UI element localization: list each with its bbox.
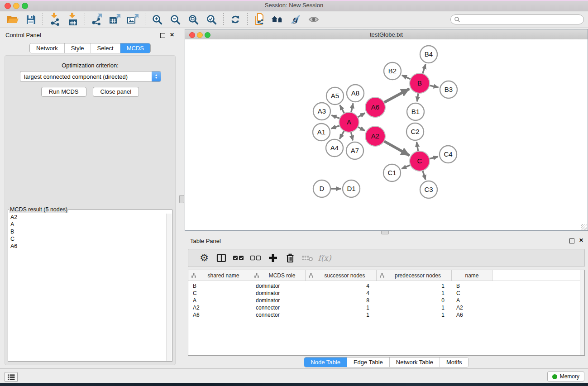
float-panel-icon[interactable] [160,33,165,38]
save-session-button[interactable] [22,12,40,27]
cell-name[interactable]: C [452,290,492,296]
tab-network-table[interactable]: Network Table [389,357,440,367]
control-panel-title: Control Panel [5,32,41,38]
cell-shared-name[interactable]: A [188,297,251,304]
export-table-icon [108,13,122,26]
delete-table-button[interactable] [299,251,316,265]
resize-grip-icon[interactable] [581,224,587,230]
task-history-button[interactable] [5,372,18,382]
delete-row-button[interactable] [282,251,299,265]
cell-name[interactable]: A [452,297,492,304]
tab-network[interactable]: Network [30,43,64,53]
column-header-label: shared name [196,272,251,279]
new-network-from-selection-button[interactable] [250,12,268,27]
cell-mcds-role[interactable]: dominator [251,283,306,289]
export-image-button[interactable] [124,12,142,27]
vertical-splitter-handle[interactable] [179,195,184,203]
cell-mcds-role[interactable]: dominator [251,297,306,304]
cell-name[interactable]: A6 [452,312,492,318]
selected-option: largest connected component (directed) [20,73,152,80]
column-header-predecessor-nodes[interactable]: predecessor nodes [377,270,452,281]
mcds-result-item[interactable]: B [9,228,166,235]
export-network-button[interactable] [88,12,106,27]
cell-shared-name[interactable]: A6 [188,312,251,318]
cell-mcds-role[interactable]: dominator [251,290,306,296]
close-panel-button[interactable]: Close panel [93,87,139,97]
table-row[interactable]: Adominator80A [188,297,584,304]
memory-button[interactable]: Memory [547,372,584,381]
cell-predecessor-nodes[interactable]: 0 [377,297,452,304]
tab-mcds[interactable]: MCDS [120,43,150,53]
first-neighbors-button[interactable] [268,12,287,27]
column-tree-icon [191,273,196,278]
import-table-button[interactable] [64,12,82,27]
save-disk-icon [25,14,36,25]
network-canvas[interactable]: B4B2BB3A5A8A6A3B1AA1C2A2A4A7C4CC1C3DD1 [185,39,588,230]
deselect-all-button[interactable] [247,251,264,265]
close-panel-icon[interactable]: ✕ [170,32,174,38]
cell-predecessor-nodes[interactable]: 1 [377,312,452,318]
graph-node-label: B2 [388,67,397,75]
mcds-result-item[interactable]: A2 [9,214,166,221]
zoom-selected-button[interactable] [202,12,220,27]
show-all-button[interactable] [305,12,323,27]
cell-shared-name[interactable]: B [188,283,251,289]
zoom-out-button[interactable] [166,12,184,27]
cell-predecessor-nodes[interactable]: 1 [377,290,452,296]
result-list-scrollbar[interactable] [166,214,172,361]
cell-shared-name[interactable]: C [188,290,251,296]
cell-mcds-role[interactable]: connector [251,312,306,318]
cell-successor-nodes[interactable]: 1 [306,305,377,311]
optimization-criterion-select[interactable]: largest connected component (directed) ▲… [20,71,161,82]
tab-select[interactable]: Select [91,43,120,53]
table-row[interactable]: A6connector11A6 [188,311,584,319]
column-header-shared-name[interactable]: shared name [188,270,251,281]
network-graph: B4B2BB3A5A8A6A3B1AA1C2A2A4A7C4CC1C3DD1 [185,39,588,230]
cell-successor-nodes[interactable]: 8 [306,297,377,304]
mcds-result-item[interactable]: C [9,235,166,243]
cell-predecessor-nodes[interactable]: 1 [377,305,452,311]
table-settings-button[interactable]: ⚙ [196,251,213,265]
column-header-successor-nodes[interactable]: successor nodes [306,270,377,281]
cell-predecessor-nodes[interactable]: 1 [377,283,452,289]
gear-icon: ⚙ [200,253,209,263]
tab-edge-table[interactable]: Edge Table [347,357,389,367]
tab-style[interactable]: Style [64,43,91,53]
zoom-in-button[interactable] [148,12,166,27]
cell-successor-nodes[interactable]: 1 [306,312,377,318]
export-table-button[interactable] [106,12,124,27]
open-session-button[interactable] [4,12,22,27]
tab-node-table[interactable]: Node Table [304,357,347,367]
column-header-name[interactable]: name [452,270,492,281]
cell-successor-nodes[interactable]: 4 [306,290,377,296]
select-all-button[interactable] [230,251,247,265]
tab-motifs[interactable]: Motifs [440,357,468,367]
column-layout-button[interactable] [213,251,230,265]
table-row[interactable]: Bdominator41B [188,282,584,290]
column-tree-icon [309,273,313,278]
hide-selected-button[interactable]: g [287,12,305,27]
graph-node-label: A2 [371,132,379,140]
cell-name[interactable]: B [452,283,492,289]
function-builder-button[interactable]: f(x) [316,251,333,265]
graph-node-label: D1 [347,185,355,192]
run-mcds-button[interactable]: Run MCDS [41,87,86,97]
table-row[interactable]: A2connector11A2 [188,304,584,311]
cell-successor-nodes[interactable]: 4 [306,283,377,289]
table-row[interactable]: Cdominator41C [188,290,584,297]
table-scrollbar[interactable] [580,270,584,355]
cell-name[interactable]: A2 [452,305,492,311]
import-network-button[interactable] [46,12,64,27]
add-row-button[interactable] [264,251,282,265]
close-table-panel-icon[interactable]: ✕ [579,237,583,243]
zoom-fit-button[interactable] [184,12,202,27]
column-header-mcds-role[interactable]: MCDS role [251,270,306,281]
cell-shared-name[interactable]: A2 [188,305,251,311]
mcds-result-item[interactable]: A [9,221,166,228]
search-input[interactable] [462,15,583,24]
mcds-result-item[interactable]: A6 [9,243,166,250]
cell-mcds-role[interactable]: connector [251,305,306,311]
float-table-panel-icon[interactable] [569,238,574,243]
refresh-button[interactable] [226,12,244,27]
mcds-result-list[interactable]: A2ABCA6 [9,214,166,361]
